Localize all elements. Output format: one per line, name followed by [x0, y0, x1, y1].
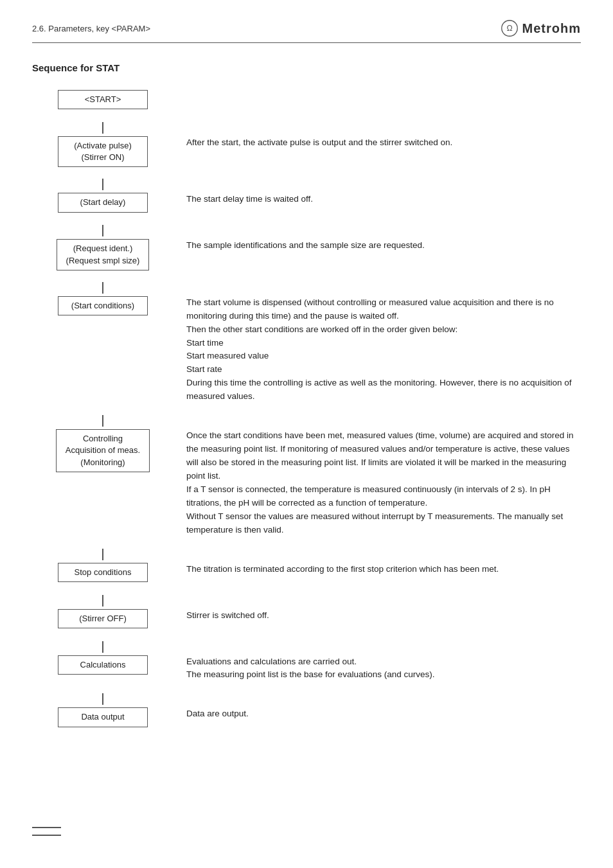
box-activate: (Activate pulse)(Stirrer ON): [58, 136, 148, 167]
vline-9: [102, 693, 103, 705]
box-col-controlling: ControllingAcquisition of meas.(Monitori…: [32, 427, 173, 472]
row-stirrer-off: (Stirrer OFF) Stirrer is switched off.: [32, 607, 581, 630]
vline-5: [102, 415, 103, 427]
footer-lines: [32, 827, 61, 842]
vconn-5: [32, 415, 581, 427]
row-controlling: ControllingAcquisition of meas.(Monitori…: [32, 427, 581, 536]
box-calc: Calculations: [58, 655, 148, 675]
row-start-conditions: (Start conditions) The start volume is d…: [32, 294, 581, 403]
box-data-out: Data output: [58, 707, 148, 727]
vconn-4: [32, 282, 581, 294]
desc-stirrer-off: Stirrer is switched off.: [173, 607, 581, 623]
footer-line-1: [32, 827, 61, 828]
page-header: 2.6. Parameters, key <PARAM> Ω Metrohm: [32, 19, 581, 43]
vline-3: [102, 225, 103, 236]
vline-7: [102, 595, 103, 607]
header-title: 2.6. Parameters, key <PARAM>: [32, 24, 150, 33]
vconn-8: [32, 641, 581, 653]
box-col-ident: (Request ident.)(Request smpl size): [32, 236, 173, 270]
vconn-9: [32, 693, 581, 705]
box-start: <START>: [58, 90, 148, 109]
box-col-stirrer-off: (Stirrer OFF): [32, 607, 173, 628]
desc-ident: The sample identifications and the sampl…: [173, 236, 581, 252]
footer-line-2: [32, 835, 61, 836]
vconn-1: [32, 122, 581, 134]
row-start-delay: (Start delay) The start delay time is wa…: [32, 190, 581, 213]
box-col-start: <START>: [32, 87, 173, 109]
vline-6: [102, 549, 103, 560]
desc-calc: Evaluations and calculations are carried…: [173, 653, 581, 682]
svg-text:Ω: Ω: [506, 24, 512, 33]
row-request-ident: (Request ident.)(Request smpl size) The …: [32, 236, 581, 270]
section-title: Sequence for STAT: [32, 62, 581, 73]
desc-controlling: Once the start conditions have been met,…: [173, 427, 581, 536]
desc-activate: After the start, the activate pulse is o…: [173, 134, 581, 150]
row-data-output: Data output Data are output.: [32, 705, 581, 728]
box-col-start-cond: (Start conditions): [32, 294, 173, 315]
vconn-2: [32, 179, 581, 190]
desc-stop: The titration is terminated according to…: [173, 560, 581, 576]
box-col-delay: (Start delay): [32, 190, 173, 212]
desc-data-out: Data are output.: [173, 705, 581, 721]
sequence-container: <START> (Activate pulse)(Stirrer ON) Aft…: [32, 87, 581, 740]
vconn-6: [32, 549, 581, 560]
row-start: <START>: [32, 87, 581, 111]
row-calculations: Calculations Evaluations and calculation…: [32, 653, 581, 682]
box-ident: (Request ident.)(Request smpl size): [57, 239, 150, 270]
box-col-calc: Calculations: [32, 653, 173, 675]
vconn-3: [32, 225, 581, 236]
box-controlling: ControllingAcquisition of meas.(Monitori…: [56, 429, 150, 472]
metrohm-logo-text: Metrohm: [522, 21, 581, 36]
vline-4: [102, 282, 103, 294]
vconn-7: [32, 595, 581, 607]
box-stop: Stop conditions: [58, 563, 148, 582]
page: 2.6. Parameters, key <PARAM> Ω Metrohm S…: [0, 0, 613, 868]
vline-8: [102, 641, 103, 653]
vline-2: [102, 179, 103, 190]
desc-delay: The start delay time is waited off.: [173, 190, 581, 206]
box-stirrer-off: (Stirrer OFF): [58, 609, 148, 628]
logo-area: Ω Metrohm: [501, 19, 581, 37]
row-stop-conditions: Stop conditions The titration is termina…: [32, 560, 581, 583]
box-delay: (Start delay): [58, 193, 148, 212]
box-col-activate: (Activate pulse)(Stirrer ON): [32, 134, 173, 167]
metrohm-logo-icon: Ω: [501, 19, 519, 37]
box-col-stop: Stop conditions: [32, 560, 173, 582]
desc-start: [173, 87, 581, 90]
vline-1: [102, 122, 103, 134]
desc-start-cond: The start volume is dispensed (without c…: [173, 294, 581, 403]
box-col-data-out: Data output: [32, 705, 173, 727]
row-activate-pulse: (Activate pulse)(Stirrer ON) After the s…: [32, 134, 581, 167]
box-start-cond: (Start conditions): [58, 296, 148, 315]
